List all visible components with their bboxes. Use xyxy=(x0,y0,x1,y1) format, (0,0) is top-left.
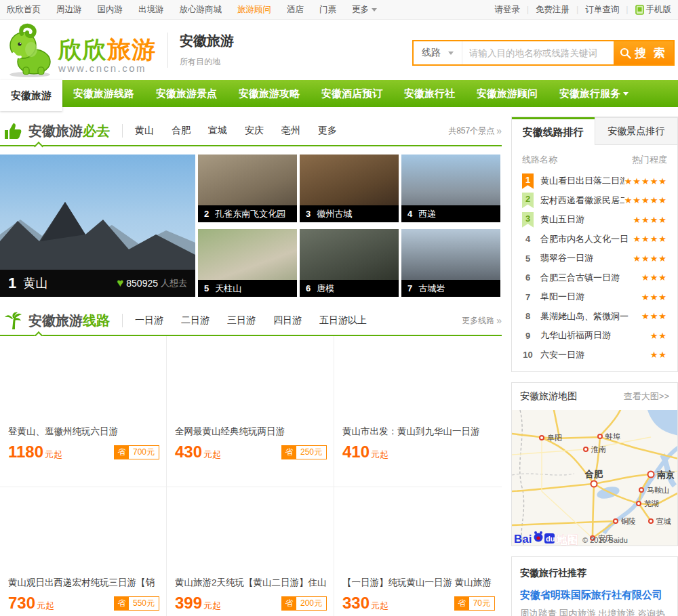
spot-photo-2[interactable]: 2孔雀东南飞文化园 xyxy=(198,155,297,222)
topbar-link-7[interactable]: 门票 xyxy=(319,4,336,16)
ranking-row-8[interactable]: 8巢湖姥山岛、紫微洞一★★★ xyxy=(512,307,677,327)
city-link-5[interactable]: 更多 xyxy=(318,125,337,137)
save-badge-label: 省 xyxy=(282,597,296,610)
photo-caption: 3徽州古城 xyxy=(300,205,399,222)
spot-name: 天柱山 xyxy=(215,283,241,295)
route-name: 翡翠谷一日游 xyxy=(540,252,593,264)
photo-caption: 4西递 xyxy=(401,205,500,222)
section-title: 安徽旅游必去 xyxy=(28,122,110,140)
nav-item-4[interactable]: 安徽酒店预订 xyxy=(311,80,393,107)
duration-tab-1[interactable]: 二日游 xyxy=(181,314,210,327)
topbar-link-4[interactable]: 放心游商城 xyxy=(180,4,222,16)
spot-photo-6[interactable]: 6唐模 xyxy=(300,229,399,297)
search-button[interactable]: 搜 索 xyxy=(614,41,673,64)
mobile-version-link[interactable]: 手机版 xyxy=(635,4,672,16)
save-badge-label: 省 xyxy=(455,597,469,610)
product-card-2[interactable]: 黄山市出发：黄山到九华山一日游410元起 xyxy=(334,336,502,487)
order-query-link[interactable]: 订单查询 xyxy=(585,4,619,16)
total-spots-link[interactable]: 共857个景点 » xyxy=(448,125,502,137)
product-card-1[interactable]: 全网最黄山经典纯玩两日游430元起省250元 xyxy=(167,336,334,487)
topbar-link-0[interactable]: 欣欣首页 xyxy=(7,4,41,16)
save-badge: 省70元 xyxy=(454,596,495,611)
page-subtitle[interactable]: 所有目的地 xyxy=(180,56,234,68)
spot-photo-5[interactable]: 5天柱山 xyxy=(198,229,297,297)
product-price-unit: 元起 xyxy=(37,594,54,612)
topbar-right: 请登录 | 免费注册 | 订单查询 | 手机版 xyxy=(494,4,671,16)
spot-photo-3[interactable]: 3徽州古城 xyxy=(300,155,399,222)
separator: | xyxy=(626,5,628,14)
register-link[interactable]: 免费注册 xyxy=(536,4,570,16)
duration-tab-3[interactable]: 四日游 xyxy=(273,314,302,327)
city-link-2[interactable]: 宣城 xyxy=(208,125,227,137)
agency-company-link[interactable]: 安徽省明珠国际旅行社有限公司 xyxy=(520,589,669,602)
ranking-row-5[interactable]: 5翡翠谷一日游★★★★ xyxy=(512,249,677,268)
duration-tab-2[interactable]: 三日游 xyxy=(227,314,256,327)
product-card-3[interactable]: 黄山观日出西递宏村纯玩三日游【销730元起省550元 xyxy=(0,487,167,616)
more-routes-link[interactable]: 更多线路 » xyxy=(462,315,502,327)
spot-photo-4[interactable]: 4西递 xyxy=(401,155,500,222)
topbar-link-5[interactable]: 旅游顾问 xyxy=(237,4,271,16)
popularity-stars: ★★★★★ xyxy=(624,176,667,186)
nav-item-3[interactable]: 安徽旅游攻略 xyxy=(228,80,311,107)
nav-item-6[interactable]: 安徽旅游顾问 xyxy=(466,80,549,107)
city-link-4[interactable]: 亳州 xyxy=(281,125,300,137)
map-city-dot xyxy=(591,481,597,487)
spot-rank: 3 xyxy=(306,209,311,219)
agency-desc-line1: 周边踏青 国内旅游 出境旅游 咨询热 xyxy=(520,608,669,616)
topbar-link-6[interactable]: 酒店 xyxy=(287,4,304,16)
elephant-logo-icon xyxy=(4,22,56,78)
product-card-5[interactable]: 【一日游】纯玩黄山一日游 黄山旅游330元起省70元 xyxy=(334,487,502,616)
product-price: 430 xyxy=(175,443,202,461)
tab-route-ranking[interactable]: 安徽线路排行 xyxy=(512,117,595,145)
sidebar: 安徽线路排行 安徽景点排行 线路名称 热门程度 1黄山看日出日落二日游★★★★★… xyxy=(511,117,678,616)
search-input[interactable] xyxy=(462,41,614,64)
baidu-map[interactable]: 阜阳蚌埠淮南合肥南京马鞍山芜湖铜陵宣城安庆 Bai du 地图 © 2015 B… xyxy=(512,410,677,546)
popularity-stars: ★★★★ xyxy=(633,234,667,244)
nav-item-0[interactable]: 安徽旅游 xyxy=(0,80,62,111)
ranking-row-10[interactable]: 10六安一日游★★ xyxy=(512,346,677,365)
city-link-0[interactable]: 黄山 xyxy=(135,125,154,137)
route-name: 巢湖姥山岛、紫微洞一 xyxy=(540,310,629,323)
ranking-row-2[interactable]: 2宏村西递看徽派民居二★★★★★ xyxy=(512,191,677,211)
map-city-dot xyxy=(648,472,654,478)
nav-item-2[interactable]: 安徽旅游景点 xyxy=(145,80,228,107)
rank-badge: 5 xyxy=(522,251,534,266)
nav-item-7[interactable]: 安徽旅行服务 xyxy=(549,80,639,107)
map-canvas: 阜阳蚌埠淮南合肥南京马鞍山芜湖铜陵宣城安庆 Bai du 地图 © 2015 B… xyxy=(512,410,677,546)
product-price-unit: 元起 xyxy=(371,594,388,612)
ranking-row-9[interactable]: 9九华山祈福两日游★★ xyxy=(512,326,677,346)
routes-duration-tabs: 一日游二日游三日游四日游五日游以上 xyxy=(135,314,367,327)
city-link-1[interactable]: 合肥 xyxy=(172,125,191,137)
topbar-link-2[interactable]: 国内游 xyxy=(98,4,123,16)
search-category-select[interactable]: 线路 xyxy=(414,41,462,64)
map-city-label: 蚌埠 xyxy=(605,432,620,440)
ranking-row-4[interactable]: 4合肥市内名人文化一日★★★★ xyxy=(512,230,677,249)
product-price-row: 399元起省200元 xyxy=(175,594,327,613)
view-large-map-link[interactable]: 查看大图>> xyxy=(624,390,669,403)
rank-badge: 4 xyxy=(522,231,534,247)
product-card-4[interactable]: 黄山旅游2天纯玩【黄山二日游】住山399元起省200元 xyxy=(167,487,334,616)
topbar-link-8[interactable]: 更多 xyxy=(352,4,377,16)
login-link[interactable]: 请登录 xyxy=(494,4,520,16)
nav-item-1[interactable]: 安徽旅游线路 xyxy=(62,80,145,107)
duration-tab-4[interactable]: 五日游以上 xyxy=(319,314,367,327)
ranking-box: 安徽线路排行 安徽景点排行 线路名称 热门程度 1黄山看日出日落二日游★★★★★… xyxy=(511,117,678,372)
search-category-value: 线路 xyxy=(422,47,441,59)
tab-spot-ranking[interactable]: 安徽景点排行 xyxy=(595,117,678,145)
ranking-row-3[interactable]: 3黄山五日游★★★★ xyxy=(512,210,677,230)
duration-tab-0[interactable]: 一日游 xyxy=(135,314,163,327)
ranking-row-1[interactable]: 1黄山看日出日落二日游★★★★★ xyxy=(512,171,677,191)
ranking-row-7[interactable]: 7阜阳一日游★★★ xyxy=(512,287,677,307)
topbar-link-1[interactable]: 周边游 xyxy=(56,4,82,16)
spot-photo-7[interactable]: 7古城岩 xyxy=(401,229,500,297)
topbar-links: 欣欣首页周边游国内游出境游放心游商城旅游顾问酒店门票更多 xyxy=(7,4,393,16)
spot-photo-main[interactable]: 1 黄山 ♥ 850925 人想去 xyxy=(0,155,195,297)
product-card-0[interactable]: 登黄山、逛徽州纯玩六日游1180元起省700元 xyxy=(0,336,167,487)
city-link-3[interactable]: 安庆 xyxy=(245,125,264,137)
ranking-row-6[interactable]: 6合肥三合古镇一日游★★★ xyxy=(512,268,677,288)
site-logo[interactable]: 欣欣旅游 www.cncn.com xyxy=(4,22,156,78)
spot-name: 古城岩 xyxy=(418,283,445,295)
topbar-link-3[interactable]: 出境游 xyxy=(138,4,164,16)
nav-item-5[interactable]: 安徽旅行社 xyxy=(393,80,466,107)
must-go-photo-grid: 1 黄山 ♥ 850925 人想去 2孔雀东南飞文化园3徽州古城4西递5天柱山6… xyxy=(0,155,502,297)
